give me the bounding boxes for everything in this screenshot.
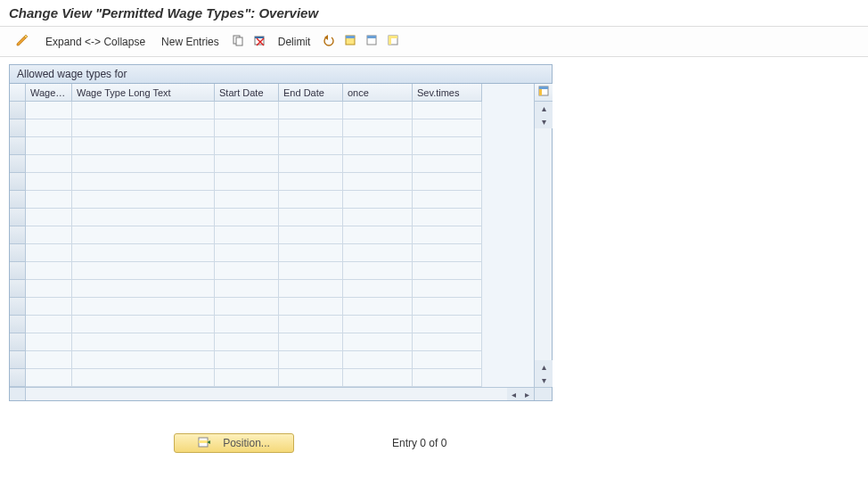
scroll-down-button-bottom[interactable]: ▾: [535, 374, 553, 387]
table-cell[interactable]: [215, 119, 279, 137]
row-selector[interactable]: [10, 137, 26, 155]
table-cell[interactable]: [72, 262, 215, 280]
table-cell[interactable]: [413, 333, 482, 351]
table-cell[interactable]: [215, 173, 279, 191]
table-cell[interactable]: [343, 155, 413, 173]
table-cell[interactable]: [72, 298, 215, 316]
table-cell[interactable]: [26, 351, 72, 369]
table-cell[interactable]: [279, 173, 343, 191]
table-cell[interactable]: [413, 316, 482, 333]
table-cell[interactable]: [279, 262, 343, 280]
select-all-column-header[interactable]: [10, 84, 26, 102]
table-cell[interactable]: [26, 244, 72, 262]
table-cell[interactable]: [413, 137, 482, 155]
table-cell[interactable]: [72, 244, 215, 262]
row-selector[interactable]: [10, 226, 26, 244]
row-selector[interactable]: [10, 191, 26, 209]
table-cell[interactable]: [215, 298, 279, 316]
column-header-wage-type[interactable]: Wage T...: [26, 84, 72, 102]
table-cell[interactable]: [279, 298, 343, 316]
delimit-button[interactable]: Delimit: [272, 33, 317, 51]
expand-collapse-button[interactable]: Expand <-> Collapse: [39, 33, 151, 51]
table-cell[interactable]: [26, 316, 72, 333]
table-cell[interactable]: [26, 262, 72, 280]
table-cell[interactable]: [279, 351, 343, 369]
table-cell[interactable]: [26, 173, 72, 191]
deselect-all-button[interactable]: [363, 33, 381, 51]
table-cell[interactable]: [413, 173, 482, 191]
table-cell[interactable]: [343, 262, 413, 280]
position-button[interactable]: Position...: [174, 433, 294, 453]
table-cell[interactable]: [279, 316, 343, 333]
table-cell[interactable]: [343, 191, 413, 209]
toggle-display-change-button[interactable]: [9, 30, 36, 53]
table-cell[interactable]: [413, 209, 482, 226]
table-cell[interactable]: [343, 333, 413, 351]
table-cell[interactable]: [279, 280, 343, 298]
table-cell[interactable]: [343, 244, 413, 262]
table-cell[interactable]: [413, 351, 482, 369]
table-cell[interactable]: [343, 209, 413, 226]
row-selector[interactable]: [10, 155, 26, 173]
copy-button[interactable]: [229, 33, 247, 51]
table-cell[interactable]: [413, 191, 482, 209]
table-cell[interactable]: [215, 244, 279, 262]
delete-button[interactable]: [250, 33, 268, 51]
new-entries-button[interactable]: New Entries: [155, 33, 225, 51]
table-cell[interactable]: [343, 173, 413, 191]
table-cell[interactable]: [343, 280, 413, 298]
row-selector[interactable]: [10, 209, 26, 226]
table-cell[interactable]: [215, 369, 279, 387]
table-cell[interactable]: [26, 119, 72, 137]
row-selector[interactable]: [10, 262, 26, 280]
row-selector[interactable]: [10, 369, 26, 387]
row-selector[interactable]: [10, 102, 26, 119]
table-cell[interactable]: [72, 137, 215, 155]
table-cell[interactable]: [215, 280, 279, 298]
table-cell[interactable]: [343, 298, 413, 316]
table-cell[interactable]: [215, 191, 279, 209]
config-select-button[interactable]: [384, 33, 402, 51]
table-cell[interactable]: [72, 369, 215, 387]
table-cell[interactable]: [279, 333, 343, 351]
table-cell[interactable]: [215, 333, 279, 351]
table-cell[interactable]: [413, 155, 482, 173]
row-selector[interactable]: [10, 351, 26, 369]
table-cell[interactable]: [72, 280, 215, 298]
table-cell[interactable]: [72, 209, 215, 226]
table-cell[interactable]: [72, 226, 215, 244]
table-cell[interactable]: [26, 191, 72, 209]
table-cell[interactable]: [215, 102, 279, 119]
table-cell[interactable]: [279, 137, 343, 155]
scroll-left-button[interactable]: ◂: [507, 388, 520, 400]
table-cell[interactable]: [343, 119, 413, 137]
table-cell[interactable]: [72, 102, 215, 119]
column-header-sev-times[interactable]: Sev.times: [413, 84, 482, 102]
table-cell[interactable]: [279, 119, 343, 137]
table-cell[interactable]: [343, 351, 413, 369]
table-cell[interactable]: [72, 333, 215, 351]
table-cell[interactable]: [413, 119, 482, 137]
table-cell[interactable]: [413, 369, 482, 387]
table-cell[interactable]: [413, 244, 482, 262]
table-cell[interactable]: [72, 191, 215, 209]
table-cell[interactable]: [26, 155, 72, 173]
table-cell[interactable]: [72, 155, 215, 173]
table-cell[interactable]: [26, 369, 72, 387]
row-selector[interactable]: [10, 244, 26, 262]
table-cell[interactable]: [215, 137, 279, 155]
table-cell[interactable]: [215, 351, 279, 369]
table-cell[interactable]: [279, 209, 343, 226]
table-cell[interactable]: [72, 316, 215, 333]
table-cell[interactable]: [26, 298, 72, 316]
table-cell[interactable]: [279, 226, 343, 244]
table-cell[interactable]: [215, 226, 279, 244]
table-cell[interactable]: [343, 137, 413, 155]
column-header-wage-type-long-text[interactable]: Wage Type Long Text: [72, 84, 215, 102]
row-selector[interactable]: [10, 280, 26, 298]
table-cell[interactable]: [72, 119, 215, 137]
undo-button[interactable]: [320, 33, 338, 51]
table-cell[interactable]: [215, 262, 279, 280]
scroll-up-button[interactable]: ▴: [535, 102, 553, 115]
table-cell[interactable]: [215, 209, 279, 226]
